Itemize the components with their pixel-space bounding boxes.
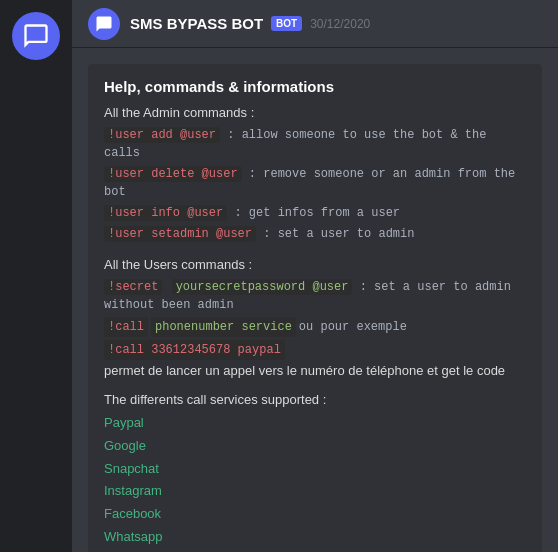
cmd-keyword: !user info @user xyxy=(104,205,227,221)
admin-commands-block: All the Admin commands : !user add @user… xyxy=(104,105,526,243)
cmd-text: : set a user to admin xyxy=(263,227,414,241)
main-content: SMS BYPASS BOT BOT 30/12/2020 Help, comm… xyxy=(72,0,558,552)
message-card: Help, commands & informations All the Ad… xyxy=(88,64,542,552)
channel-header: SMS BYPASS BOT BOT 30/12/2020 xyxy=(72,0,558,48)
service-paypal: Paypal xyxy=(104,413,526,434)
user-cmd-1: !secret yoursecretpassword @user : set a… xyxy=(104,278,526,314)
cmd-keyword: !user add @user xyxy=(104,127,220,143)
app-container: SMS BYPASS BOT BOT 30/12/2020 Help, comm… xyxy=(0,0,558,552)
service-snapchat: Snapchat xyxy=(104,459,526,480)
admin-cmd-1: !user add @user : allow someone to use t… xyxy=(104,126,526,162)
bot-name: SMS BYPASS BOT xyxy=(130,15,263,32)
bot-badge: BOT xyxy=(271,16,302,31)
header-date: 30/12/2020 xyxy=(310,17,370,31)
bot-icon xyxy=(95,15,113,33)
services-title: The differents call services supported : xyxy=(104,392,526,407)
admin-cmd-3: !user info @user : get infos from a user xyxy=(104,204,526,222)
cmd-keyword: !secret xyxy=(104,279,162,295)
admin-cmd-4: !user setadmin @user : set a user to adm… xyxy=(104,225,526,243)
cmd-phonenumber: phonenumber service xyxy=(151,317,296,337)
cmd-keyword: !user setadmin @user xyxy=(104,226,256,242)
cmd-text: : get infos from a user xyxy=(234,206,400,220)
cmd-ou: ou pour exemple xyxy=(299,318,407,336)
admin-section-label: All the Admin commands : xyxy=(104,105,526,120)
bot-avatar xyxy=(88,8,120,40)
users-commands-block: All the Users commands : !secret yoursec… xyxy=(104,257,526,378)
cmd-keyword: !user delete @user xyxy=(104,166,242,182)
sidebar xyxy=(0,0,72,552)
service-whatsapp: Whatsapp xyxy=(104,527,526,548)
cmd-param: yoursecretpassword @user xyxy=(172,279,353,295)
chat-icon xyxy=(22,22,50,50)
services-section: The differents call services supported :… xyxy=(104,392,526,552)
service-instagram: Instagram xyxy=(104,481,526,502)
cmd-example: !call 33612345678 paypal xyxy=(104,340,285,360)
header-info: SMS BYPASS BOT BOT 30/12/2020 xyxy=(130,15,370,32)
cmd-call: !call xyxy=(104,317,148,337)
server-icon[interactable] xyxy=(12,12,60,60)
service-facebook: Facebook xyxy=(104,504,526,525)
call-desc: permet de lancer un appel vers le numéro… xyxy=(104,363,526,378)
admin-cmd-2: !user delete @user : remove someone or a… xyxy=(104,165,526,201)
service-google: Google xyxy=(104,436,526,457)
message-title: Help, commands & informations xyxy=(104,78,526,95)
user-cmd-2: !call phonenumber service ou pour exempl… xyxy=(104,317,526,360)
messages-area[interactable]: Help, commands & informations All the Ad… xyxy=(72,48,558,552)
users-section-label: All the Users commands : xyxy=(104,257,526,272)
